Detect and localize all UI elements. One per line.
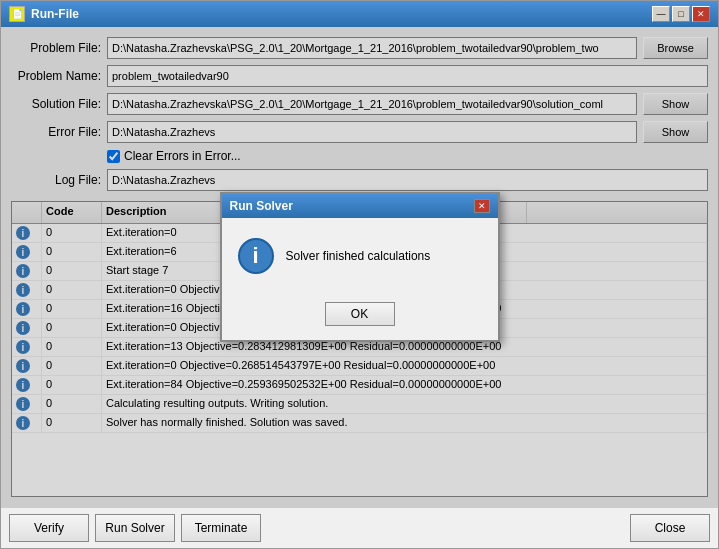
- verify-button[interactable]: Verify: [9, 514, 89, 542]
- maximize-button[interactable]: □: [672, 6, 690, 22]
- bottom-bar: Verify Run Solver Terminate Close: [1, 507, 718, 548]
- modal-overlay: Run Solver ✕ i Solver finished calculati…: [1, 27, 718, 507]
- window-icon: 📄: [9, 6, 25, 22]
- dialog-close-button[interactable]: ✕: [474, 199, 490, 213]
- bottom-left-buttons: Verify Run Solver Terminate: [9, 514, 261, 542]
- minimize-button[interactable]: —: [652, 6, 670, 22]
- window-close-button[interactable]: ✕: [692, 6, 710, 22]
- dialog-title: Run Solver: [230, 199, 293, 213]
- dialog-message: Solver finished calculations: [286, 249, 431, 263]
- close-button[interactable]: Close: [630, 514, 710, 542]
- dialog-info-icon: i: [238, 238, 274, 274]
- title-bar-left: 📄 Run-File: [9, 6, 79, 22]
- dialog-buttons: OK: [222, 294, 498, 340]
- dialog-content: i Solver finished calculations: [222, 218, 498, 294]
- title-bar: 📄 Run-File — □ ✕: [1, 1, 718, 27]
- run-solver-dialog: Run Solver ✕ i Solver finished calculati…: [220, 192, 500, 342]
- main-window: 📄 Run-File — □ ✕ Problem File: Browse Pr…: [0, 0, 719, 549]
- title-buttons: — □ ✕: [652, 6, 710, 22]
- dialog-title-bar: Run Solver ✕: [222, 194, 498, 218]
- terminate-button[interactable]: Terminate: [181, 514, 261, 542]
- window-title: Run-File: [31, 7, 79, 21]
- run-solver-button[interactable]: Run Solver: [95, 514, 175, 542]
- dialog-ok-button[interactable]: OK: [325, 302, 395, 326]
- window-content: Problem File: Browse Problem Name: Solut…: [1, 27, 718, 507]
